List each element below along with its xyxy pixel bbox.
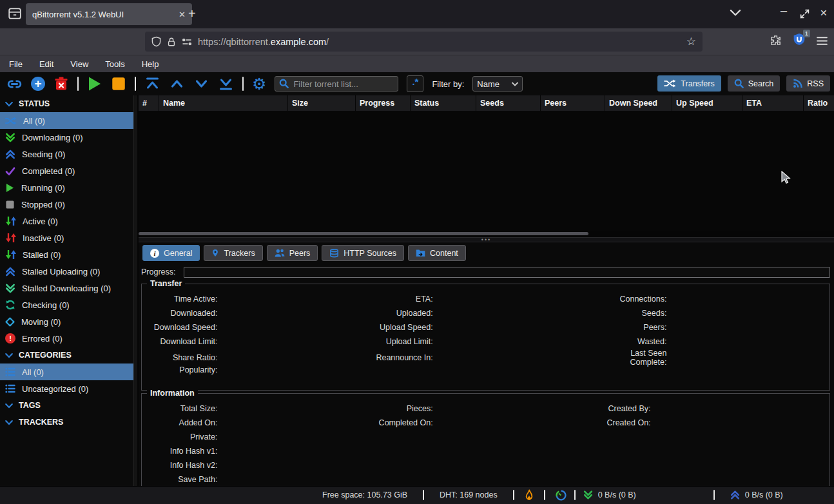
- sidebar-item-checking[interactable]: Checking (0): [0, 296, 137, 313]
- sidebar-item-seeding[interactable]: Seeding (0): [0, 146, 137, 162]
- toolbar-separator: [77, 77, 79, 91]
- sidebar-item-running[interactable]: Running (0): [0, 179, 137, 196]
- column-peers[interactable]: Peers: [541, 95, 605, 111]
- toolbar-separator: [135, 77, 136, 91]
- column-up-speed[interactable]: Up Speed: [672, 95, 742, 111]
- diamond-icon: [5, 317, 15, 327]
- upload-speed-widget[interactable]: 0 B/s (0 B): [730, 490, 783, 500]
- sidebar-item-errored[interactable]: !Errored (0): [0, 330, 137, 347]
- tab-peers[interactable]: Peers: [267, 245, 318, 261]
- sidebar-item-stalled-uploading[interactable]: Stalled Uploading (0): [0, 263, 137, 280]
- column-down-speed[interactable]: Down Speed: [605, 95, 672, 111]
- delete-torrent-button[interactable]: [53, 76, 69, 92]
- tab-http-sources[interactable]: HTTP Sources: [322, 245, 404, 261]
- category-list-icon: [5, 383, 15, 394]
- menu-view[interactable]: View: [70, 59, 88, 69]
- tracking-shield-icon[interactable]: [151, 36, 161, 47]
- status-section-header[interactable]: STATUS: [0, 95, 137, 112]
- window-restore-button[interactable]: [799, 8, 810, 19]
- move-top-button[interactable]: [144, 77, 160, 91]
- search-icon: [279, 79, 289, 88]
- check-icon: [5, 166, 15, 176]
- torrent-table-header: # Name Size Progress Status Seeds Peers …: [139, 95, 834, 111]
- arrows-down-up-icon: [5, 249, 16, 260]
- menu-file[interactable]: File: [9, 59, 23, 69]
- settings-gear-icon[interactable]: ⚙: [252, 76, 266, 92]
- extensions-puzzle-icon[interactable]: [770, 35, 782, 46]
- lock-icon[interactable]: [167, 37, 176, 47]
- speed-gauge-icon[interactable]: [556, 490, 567, 501]
- column-eta[interactable]: ETA: [742, 95, 804, 111]
- tab-list-chevron-icon[interactable]: [730, 9, 741, 17]
- column-progress[interactable]: Progress: [356, 95, 411, 111]
- panel-splitter-handle[interactable]: •••: [139, 237, 834, 242]
- double-chevron-down-icon: [5, 132, 15, 143]
- url-bar[interactable]: https://qbittorrent.example.com/ ☆: [145, 32, 703, 52]
- tab-trackers[interactable]: Trackers: [204, 245, 262, 261]
- menu-hamburger-icon[interactable]: [817, 36, 828, 46]
- menu-edit[interactable]: Edit: [39, 59, 53, 69]
- stop-torrent-button[interactable]: [111, 76, 126, 92]
- sidebar-item-stalled-downloading[interactable]: Stalled Downloading (0): [0, 280, 137, 296]
- tab-general[interactable]: i General: [142, 245, 200, 261]
- sidebar-item-moving[interactable]: Moving (0): [0, 313, 137, 330]
- sidebar-item-all-status[interactable]: All (0): [0, 112, 137, 129]
- filters-sidebar: STATUS All (0) Downloading (0) Seeding (…: [0, 95, 137, 487]
- tab-content[interactable]: Content: [408, 245, 466, 261]
- sidebar-scrollbar[interactable]: [133, 95, 137, 487]
- column-ratio[interactable]: Ratio: [804, 95, 834, 111]
- new-tab-button[interactable]: +: [188, 6, 196, 21]
- statusbar-separator: [423, 490, 424, 500]
- database-icon: [329, 249, 339, 258]
- column-name[interactable]: Name: [159, 95, 288, 111]
- sidebar-item-stopped[interactable]: Stopped (0): [0, 196, 137, 213]
- play-icon: [5, 183, 15, 193]
- filter-torrent-input[interactable]: [275, 76, 398, 92]
- map-pin-icon: [211, 248, 219, 258]
- table-horizontal-scrollbar[interactable]: [139, 231, 834, 236]
- column-size[interactable]: Size: [288, 95, 356, 111]
- chevron-down-icon: [5, 101, 13, 107]
- site-permissions-icon[interactable]: [182, 37, 192, 46]
- ublock-extension-button[interactable]: 1: [793, 33, 806, 48]
- move-up-button[interactable]: [169, 77, 185, 91]
- tab-close-icon[interactable]: ✕: [179, 10, 186, 19]
- column-number[interactable]: #: [139, 95, 159, 111]
- start-torrent-button[interactable]: [87, 76, 102, 92]
- sidebar-item-downloading[interactable]: Downloading (0): [0, 129, 137, 146]
- sidebar-item-completed[interactable]: Completed (0): [0, 162, 137, 179]
- trackers-section-header[interactable]: TRACKERS: [0, 414, 137, 431]
- categories-section-header[interactable]: CATEGORIES: [0, 347, 137, 363]
- sidebar-item-active[interactable]: Active (0): [0, 213, 137, 229]
- statusbar-separator: [544, 490, 545, 500]
- column-seeds[interactable]: Seeds: [476, 95, 541, 111]
- column-status[interactable]: Status: [411, 95, 476, 111]
- tags-section-header[interactable]: TAGS: [0, 397, 137, 414]
- statusbar-separator: [574, 490, 576, 500]
- transfers-view-button[interactable]: Transfers: [657, 75, 721, 92]
- sidebar-item-stalled[interactable]: Stalled (0): [0, 246, 137, 263]
- download-speed-widget[interactable]: 0 B/s (0 B): [583, 490, 636, 500]
- move-down-button[interactable]: [193, 77, 209, 91]
- window-close-button[interactable]: ✕: [820, 8, 828, 18]
- rss-view-button[interactable]: RSS: [786, 75, 830, 92]
- connection-flame-icon[interactable]: [525, 489, 534, 501]
- sidebar-item-inactive[interactable]: Inactive (0): [0, 229, 137, 246]
- window-minimize-button[interactable]: –: [781, 4, 787, 17]
- transfer-legend: Transfer: [147, 279, 185, 288]
- sidebar-item-uncategorized[interactable]: Uncategorized (0): [0, 380, 137, 397]
- tab-overview-icon[interactable]: [8, 6, 22, 21]
- bookmark-star-icon[interactable]: ☆: [686, 35, 696, 48]
- add-torrent-file-button[interactable]: +: [31, 77, 45, 91]
- browser-tab[interactable]: qBittorrent v5.1.2 WebUI ✕: [26, 3, 192, 25]
- search-view-button[interactable]: Search: [728, 75, 781, 92]
- menu-tools[interactable]: Tools: [105, 59, 124, 69]
- add-torrent-link-button[interactable]: [6, 76, 23, 92]
- dht-nodes-label: DHT: 169 nodes: [440, 490, 498, 499]
- filter-by-select[interactable]: Name: [472, 76, 523, 92]
- scrollbar-thumb[interactable]: [139, 232, 588, 235]
- move-bottom-button[interactable]: [218, 77, 234, 91]
- regex-toggle-button[interactable]: .*: [407, 75, 423, 92]
- menu-help[interactable]: Help: [142, 59, 159, 69]
- sidebar-item-all-categories[interactable]: All (0): [0, 363, 137, 380]
